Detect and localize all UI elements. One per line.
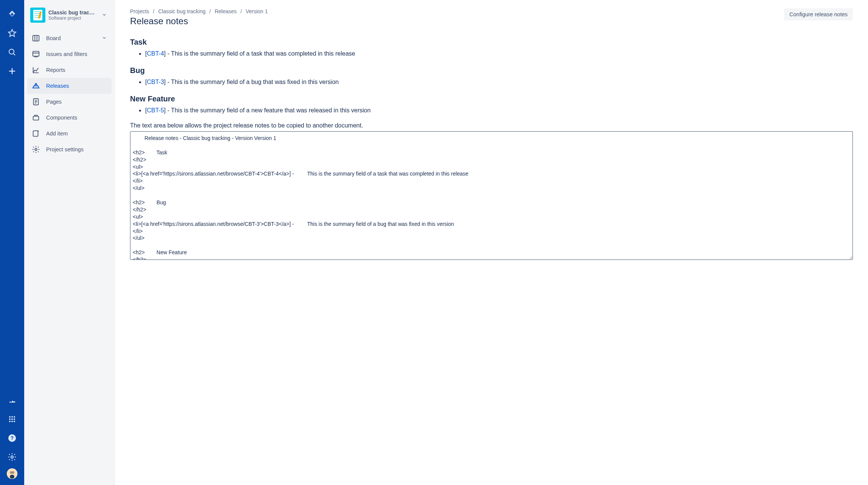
issue-key-link[interactable]: CBT-3 xyxy=(147,79,164,85)
sidebar-item-issues-and-filters[interactable]: Issues and filters xyxy=(27,46,112,62)
global-nav: ? xyxy=(0,0,24,485)
project-subtitle: Software project xyxy=(48,16,97,21)
svg-point-5 xyxy=(11,418,13,420)
svg-point-6 xyxy=(14,418,15,420)
sidebar-item-label: Project settings xyxy=(46,146,84,152)
releases-icon xyxy=(32,82,40,90)
svg-point-12 xyxy=(11,456,13,458)
sidebar-item-add-item[interactable]: Add item xyxy=(27,126,112,141)
breadcrumb-link[interactable]: Classic bug tracking xyxy=(158,8,205,14)
svg-point-3 xyxy=(14,416,15,418)
apps-icon[interactable] xyxy=(5,412,20,427)
issue-item: [CBT-4] - This is the summary field of a… xyxy=(145,50,853,58)
svg-point-2 xyxy=(11,416,13,418)
page-title: Release notes xyxy=(130,16,268,26)
settings-icon[interactable] xyxy=(5,449,20,465)
help-icon[interactable]: ? xyxy=(5,431,20,446)
svg-point-1 xyxy=(9,416,11,418)
section-heading: New Feature xyxy=(130,95,853,103)
issue-item: [CBT-3] - This is the summary field of a… xyxy=(145,78,853,86)
sidebar-item-label: Reports xyxy=(46,67,65,73)
svg-point-4 xyxy=(9,418,11,420)
issue-key-link[interactable]: CBT-4 xyxy=(147,50,164,57)
pages-icon xyxy=(32,98,40,106)
section-heading: Bug xyxy=(130,66,853,75)
svg-point-23 xyxy=(35,148,37,151)
jira-logo[interactable] xyxy=(5,7,20,22)
sidebar-item-releases[interactable]: Releases xyxy=(27,78,112,94)
sidebar-item-label: Pages xyxy=(46,99,62,105)
search-icon[interactable] xyxy=(5,45,20,60)
sidebar-item-label: Add item xyxy=(46,131,68,137)
chevron-down-icon xyxy=(102,35,107,42)
project-header[interactable]: Classic bug trac… Software project xyxy=(27,8,112,28)
svg-point-7 xyxy=(9,421,11,422)
configure-release-notes-button[interactable]: Configure release notes xyxy=(784,8,853,20)
svg-rect-22 xyxy=(33,131,38,137)
sidebar-item-project-settings[interactable]: Project settings xyxy=(27,141,112,157)
sidebar-item-components[interactable]: Components xyxy=(27,110,112,126)
helper-text: The text area below allows the project r… xyxy=(130,122,853,129)
svg-rect-19 xyxy=(33,51,39,56)
project-title: Classic bug trac… xyxy=(48,9,97,16)
issue-summary: ] - This is the summary field of a new f… xyxy=(164,107,371,113)
issue-key-link[interactable]: CBT-5 xyxy=(147,107,164,113)
svg-point-0 xyxy=(9,49,14,54)
section-heading: Task xyxy=(130,38,853,47)
sidebar-item-pages[interactable]: Pages xyxy=(27,94,112,110)
create-icon[interactable] xyxy=(5,64,20,79)
release-notes-textarea[interactable] xyxy=(130,131,853,260)
project-sidebar: Classic bug trac… Software project Board… xyxy=(24,0,115,485)
add-item-icon xyxy=(32,129,40,138)
project-icon xyxy=(30,8,45,23)
breadcrumbs: Projects/Classic bug tracking/Releases/V… xyxy=(130,8,268,14)
svg-text:?: ? xyxy=(11,435,14,441)
sidebar-item-label: Components xyxy=(46,115,77,121)
settings-icon xyxy=(32,145,40,154)
board-icon xyxy=(32,34,40,42)
star-icon[interactable] xyxy=(5,26,20,41)
sidebar-nav: BoardIssues and filtersReportsReleasesPa… xyxy=(27,30,112,157)
issue-list: [CBT-4] - This is the summary field of a… xyxy=(130,50,853,58)
sidebar-item-label: Board xyxy=(46,35,61,41)
breadcrumb-link[interactable]: Projects xyxy=(130,8,149,14)
svg-point-9 xyxy=(14,421,15,422)
issue-list: [CBT-5] - This is the summary field of a… xyxy=(130,106,853,115)
sidebar-item-label: Releases xyxy=(46,83,69,89)
components-icon xyxy=(32,113,40,122)
breadcrumb-link[interactable]: Version 1 xyxy=(246,8,268,14)
issue-item: [CBT-5] - This is the summary field of a… xyxy=(145,106,853,115)
chevron-down-icon[interactable] xyxy=(100,11,108,20)
notifications-icon[interactable] xyxy=(5,393,20,408)
reports-icon xyxy=(32,66,40,74)
sidebar-item-label: Issues and filters xyxy=(46,51,87,57)
issue-list: [CBT-3] - This is the summary field of a… xyxy=(130,78,853,86)
issue-summary: ] - This is the summary field of a bug t… xyxy=(164,79,339,85)
breadcrumb-separator: / xyxy=(209,8,211,14)
breadcrumb-link[interactable]: Releases xyxy=(215,8,237,14)
svg-rect-15 xyxy=(10,475,14,479)
user-avatar[interactable] xyxy=(7,468,17,479)
sidebar-item-reports[interactable]: Reports xyxy=(27,62,112,78)
issues-icon xyxy=(32,50,40,58)
issue-summary: ] - This is the summary field of a task … xyxy=(164,50,355,57)
svg-point-8 xyxy=(11,421,13,422)
breadcrumb-separator: / xyxy=(153,8,155,14)
sidebar-item-board[interactable]: Board xyxy=(27,30,112,46)
svg-rect-18 xyxy=(33,36,39,41)
breadcrumb-separator: / xyxy=(240,8,242,14)
main-content: Projects/Classic bug tracking/Releases/V… xyxy=(115,0,868,485)
svg-rect-21 xyxy=(33,116,39,120)
